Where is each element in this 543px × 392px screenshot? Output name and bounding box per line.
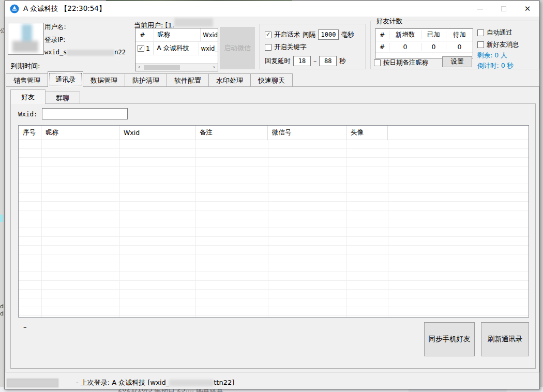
- last-login-prefix: - 上次登录: A 众诚科技 [wxid_: [76, 379, 169, 386]
- column-header-wxid[interactable]: Wxid: [119, 126, 195, 140]
- desktop-left-strip: 公 dl d: [0, 0, 4, 392]
- scroll-right-icon[interactable]: ›: [210, 64, 218, 71]
- tab-watermark[interactable]: 水印处理: [208, 73, 251, 87]
- background-text-fragment: 公: [0, 27, 4, 35]
- interval-input[interactable]: 1000: [318, 29, 339, 40]
- column-header-empty: [388, 126, 529, 140]
- horizontal-scrollbar[interactable]: ‹ ›: [135, 63, 218, 71]
- last-login-censored: [169, 380, 214, 386]
- settings-button[interactable]: 设置: [442, 56, 472, 67]
- date-remark-checkbox[interactable]: [374, 59, 381, 66]
- user-row-nickname: A 众诚科技: [153, 42, 198, 55]
- interval-label: 间隔: [303, 31, 315, 39]
- date-remark-label: 按日期备注昵称: [383, 58, 429, 67]
- sync-phone-friends-button[interactable]: 同步手机好友: [424, 322, 475, 356]
- auto-accept-checkbox[interactable]: [477, 29, 484, 36]
- tab-data[interactable]: 数据管理: [83, 73, 125, 87]
- friend-counter-table: # 新增数 已加 待加 # 0 0 0: [375, 28, 473, 58]
- avatar: [8, 23, 44, 55]
- tab-contacts[interactable]: 通讯录: [48, 71, 83, 87]
- status-bar: - 上次登录: A 众诚科技 [wxid_ttn22]: [5, 376, 539, 389]
- expire-time-label: 到期时间:: [11, 62, 40, 71]
- title-bar[interactable]: A 众诚科技 【22:30:54】 ✕: [5, 1, 539, 17]
- window-title: A 众诚科技 【22:30:54】: [23, 4, 105, 13]
- delay-max-input[interactable]: 88: [319, 56, 337, 66]
- current-user-row[interactable]: 1 A 众诚科技 wxid_: [135, 42, 218, 55]
- username-label: 用户名:: [44, 23, 66, 32]
- scrollbar-thumb[interactable]: [144, 65, 180, 70]
- speech-label: 开启话术: [274, 31, 300, 39]
- app-logo-icon: [10, 4, 19, 13]
- reply-settings-panel: 开启话术 间隔 1000 毫秒 开启关键字 回复延时 18 – 88 秒: [259, 24, 366, 69]
- column-divider: [195, 140, 196, 317]
- column-header-index[interactable]: 序号: [19, 126, 41, 140]
- subtab-groups[interactable]: 群聊: [45, 92, 80, 104]
- delay-label: 回复延时: [265, 57, 291, 66]
- main-tab-strip: 销售管理 通讯录 数据管理 防护清理 软件配置 水印处理 快速聊天: [6, 71, 292, 87]
- current-user-table[interactable]: # 昵称 Wxid 1 A 众诚科技 wxid_ ‹ ›: [135, 28, 218, 71]
- column-header: #: [375, 31, 389, 39]
- tab-protection[interactable]: 防护清理: [125, 73, 167, 87]
- column-header-nickname[interactable]: 昵称: [41, 126, 119, 140]
- delay-dash: –: [313, 57, 316, 65]
- background-text-fragment: dl: [0, 303, 4, 310]
- user-row-checkbox[interactable]: [138, 45, 144, 52]
- column-divider: [119, 140, 120, 317]
- tab-quick-chat[interactable]: 快速聊天: [250, 73, 293, 87]
- record-count-dash: –: [23, 323, 27, 331]
- speech-checkbox[interactable]: [265, 32, 272, 38]
- keyword-checkbox[interactable]: [265, 44, 272, 51]
- wxid-search-label: Wxid:: [18, 110, 38, 118]
- background-color-fragment: [0, 215, 3, 222]
- wxid-suffix: n22: [114, 49, 126, 56]
- counter-cell-new: 0: [389, 43, 421, 51]
- column-divider: [346, 140, 347, 317]
- user-wxid: wxid_sn22: [44, 49, 126, 56]
- new-friend-msg-label: 新好友消息: [487, 40, 519, 49]
- column-header: 待加: [446, 31, 473, 39]
- contacts-tab-page: 好友 群聊 Wxid: 序号 昵称 Wxid 备注 微信号 头像: [6, 86, 539, 372]
- last-login-text: - 上次登录: A 众诚科技 [wxid_ttn22]: [76, 378, 234, 387]
- refresh-contacts-button[interactable]: 刷新通讯录: [481, 322, 529, 356]
- column-header: #: [135, 31, 154, 39]
- friends-sub-page: Wxid: 序号 昵称 Wxid 备注 微信号 头像: [10, 103, 536, 369]
- user-row-wxid: wxid_: [199, 42, 218, 55]
- delay-min-input[interactable]: 18: [293, 56, 311, 66]
- column-header-avatar[interactable]: 头像: [346, 126, 388, 140]
- last-login-suffix: ttn22]: [214, 379, 234, 386]
- column-divider: [388, 140, 388, 317]
- column-header: 已加: [421, 31, 446, 39]
- start-wechat-button[interactable]: 启动微信: [220, 27, 255, 69]
- minimize-icon: [477, 9, 483, 9]
- column-header-wechatid[interactable]: 微信号: [268, 126, 346, 140]
- counter-cell-added: 0: [421, 43, 446, 51]
- app-window: A 众诚科技 【22:30:54】 ✕ 用户名: 登录IP: wxid_sn22…: [4, 1, 540, 389]
- current-user-censored: [174, 18, 213, 27]
- wxid-censored: [67, 50, 114, 56]
- avatar-blur: [12, 41, 38, 52]
- maximize-button[interactable]: [492, 1, 516, 17]
- scroll-left-icon[interactable]: ‹: [135, 64, 143, 71]
- current-user-table-header: # 昵称 Wxid: [135, 28, 218, 42]
- maximize-icon: [501, 6, 506, 11]
- friends-table-body[interactable]: [19, 140, 529, 317]
- counter-cell-pending: 0: [446, 43, 473, 51]
- top-panel: 用户名: 登录IP: wxid_sn22 到期时间: 当前用户: [1. # 昵…: [5, 17, 539, 71]
- minimize-button[interactable]: [468, 1, 492, 17]
- column-header: Wxid: [200, 28, 218, 41]
- subtab-friends[interactable]: 好友: [10, 89, 46, 104]
- login-ip-label: 登录IP:: [44, 36, 65, 44]
- wxid-search-input[interactable]: [42, 108, 128, 119]
- column-header-remark[interactable]: 备注: [195, 126, 268, 140]
- interval-unit: 毫秒: [341, 31, 354, 39]
- friends-table[interactable]: 序号 昵称 Wxid 备注 微信号 头像: [18, 125, 529, 318]
- user-row-index: 1: [146, 44, 150, 52]
- tab-software-config[interactable]: 软件配置: [167, 73, 209, 87]
- new-friend-msg-checkbox[interactable]: [477, 41, 484, 48]
- tab-sales[interactable]: 销售管理: [6, 73, 48, 87]
- close-button[interactable]: ✕: [516, 1, 539, 17]
- background-text-fragment: d: [0, 310, 4, 317]
- column-divider: [268, 140, 268, 317]
- wxid-prefix: wxid_s: [44, 49, 67, 56]
- remaining-count: 剩余: 0 人: [477, 51, 507, 60]
